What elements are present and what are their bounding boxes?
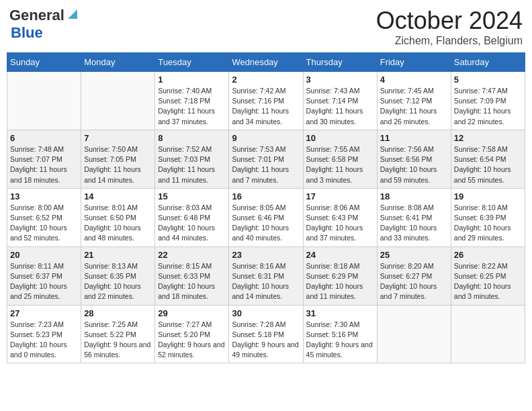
calendar-cell: 23Sunrise: 8:16 AMSunset: 6:31 PMDayligh…	[229, 246, 303, 305]
col-friday: Friday	[377, 53, 451, 72]
day-info: Sunrise: 8:15 AMSunset: 6:33 PMDaylight:…	[158, 261, 226, 302]
day-info: Sunrise: 8:08 AMSunset: 6:41 PMDaylight:…	[380, 203, 448, 244]
day-info: Sunrise: 7:28 AMSunset: 5:18 PMDaylight:…	[232, 320, 300, 361]
day-info: Sunrise: 7:53 AMSunset: 7:01 PMDaylight:…	[232, 144, 300, 185]
calendar-cell: 21Sunrise: 8:13 AMSunset: 6:35 PMDayligh…	[81, 246, 155, 305]
calendar-cell: 14Sunrise: 8:01 AMSunset: 6:50 PMDayligh…	[81, 188, 155, 246]
calendar-row-2: 6Sunrise: 7:48 AMSunset: 7:07 PMDaylight…	[7, 130, 525, 188]
day-info: Sunrise: 7:43 AMSunset: 7:14 PMDaylight:…	[306, 86, 374, 127]
calendar-cell: 6Sunrise: 7:48 AMSunset: 7:07 PMDaylight…	[7, 130, 81, 188]
calendar-row-4: 20Sunrise: 8:11 AMSunset: 6:37 PMDayligh…	[7, 246, 525, 305]
day-number: 17	[306, 191, 374, 201]
calendar-cell: 28Sunrise: 7:25 AMSunset: 5:22 PMDayligh…	[81, 305, 155, 363]
calendar-cell: 10Sunrise: 7:55 AMSunset: 6:58 PMDayligh…	[303, 130, 377, 188]
page-header: General Blue October 2024 Zichem, Flande…	[7, 7, 525, 47]
calendar-cell: 2Sunrise: 7:42 AMSunset: 7:16 PMDaylight…	[229, 72, 303, 130]
calendar-cell: 26Sunrise: 8:22 AMSunset: 6:25 PMDayligh…	[451, 246, 525, 305]
day-info: Sunrise: 8:20 AMSunset: 6:27 PMDaylight:…	[380, 261, 448, 302]
calendar-cell	[81, 72, 155, 130]
calendar-header-row: Sunday Monday Tuesday Wednesday Thursday…	[7, 53, 525, 72]
calendar-cell	[377, 305, 451, 363]
day-info: Sunrise: 8:03 AMSunset: 6:48 PMDaylight:…	[158, 203, 226, 244]
day-info: Sunrise: 8:13 AMSunset: 6:35 PMDaylight:…	[84, 261, 152, 302]
calendar-cell: 22Sunrise: 8:15 AMSunset: 6:33 PMDayligh…	[155, 246, 229, 305]
page-title: October 2024	[376, 7, 523, 35]
day-number: 6	[10, 133, 78, 143]
day-info: Sunrise: 8:22 AMSunset: 6:25 PMDaylight:…	[454, 261, 522, 302]
day-info: Sunrise: 7:42 AMSunset: 7:16 PMDaylight:…	[232, 86, 300, 127]
day-number: 13	[10, 191, 78, 201]
day-number: 4	[380, 75, 448, 85]
day-info: Sunrise: 8:10 AMSunset: 6:39 PMDaylight:…	[454, 203, 522, 244]
day-info: Sunrise: 7:25 AMSunset: 5:22 PMDaylight:…	[84, 320, 152, 361]
calendar-cell: 30Sunrise: 7:28 AMSunset: 5:18 PMDayligh…	[229, 305, 303, 363]
day-info: Sunrise: 7:45 AMSunset: 7:12 PMDaylight:…	[380, 86, 448, 127]
calendar-cell: 20Sunrise: 8:11 AMSunset: 6:37 PMDayligh…	[7, 246, 81, 305]
day-number: 5	[454, 75, 522, 85]
day-number: 16	[232, 191, 300, 201]
calendar-row-3: 13Sunrise: 8:00 AMSunset: 6:52 PMDayligh…	[7, 188, 525, 246]
day-info: Sunrise: 7:58 AMSunset: 6:54 PMDaylight:…	[454, 144, 522, 185]
day-number: 9	[232, 133, 300, 143]
col-saturday: Saturday	[451, 53, 525, 72]
calendar-cell: 11Sunrise: 7:56 AMSunset: 6:56 PMDayligh…	[377, 130, 451, 188]
page-subtitle: Zichem, Flanders, Belgium	[376, 35, 523, 47]
day-number: 1	[158, 75, 226, 85]
calendar-cell: 12Sunrise: 7:58 AMSunset: 6:54 PMDayligh…	[451, 130, 525, 188]
day-info: Sunrise: 7:23 AMSunset: 5:23 PMDaylight:…	[10, 320, 78, 361]
day-number: 28	[84, 308, 152, 318]
calendar-cell: 19Sunrise: 8:10 AMSunset: 6:39 PMDayligh…	[451, 188, 525, 246]
day-number: 21	[84, 250, 152, 260]
col-tuesday: Tuesday	[155, 53, 229, 72]
calendar-cell: 25Sunrise: 8:20 AMSunset: 6:27 PMDayligh…	[377, 246, 451, 305]
col-sunday: Sunday	[7, 53, 81, 72]
day-number: 23	[232, 250, 300, 260]
calendar-row-5: 27Sunrise: 7:23 AMSunset: 5:23 PMDayligh…	[7, 305, 525, 363]
day-info: Sunrise: 8:16 AMSunset: 6:31 PMDaylight:…	[232, 261, 300, 302]
day-info: Sunrise: 8:05 AMSunset: 6:46 PMDaylight:…	[232, 203, 300, 244]
day-info: Sunrise: 8:01 AMSunset: 6:50 PMDaylight:…	[84, 203, 152, 244]
calendar-cell: 18Sunrise: 8:08 AMSunset: 6:41 PMDayligh…	[377, 188, 451, 246]
day-info: Sunrise: 7:55 AMSunset: 6:58 PMDaylight:…	[306, 144, 374, 185]
calendar-table: Sunday Monday Tuesday Wednesday Thursday…	[7, 52, 525, 363]
calendar-cell	[7, 72, 81, 130]
day-number: 12	[454, 133, 522, 143]
day-info: Sunrise: 7:40 AMSunset: 7:18 PMDaylight:…	[158, 86, 226, 127]
day-info: Sunrise: 7:56 AMSunset: 6:56 PMDaylight:…	[380, 144, 448, 185]
col-thursday: Thursday	[303, 53, 377, 72]
day-info: Sunrise: 7:52 AMSunset: 7:03 PMDaylight:…	[158, 144, 226, 185]
day-number: 29	[158, 308, 226, 318]
calendar-cell: 7Sunrise: 7:50 AMSunset: 7:05 PMDaylight…	[81, 130, 155, 188]
day-number: 20	[10, 250, 78, 260]
day-number: 25	[380, 250, 448, 260]
day-number: 19	[454, 191, 522, 201]
day-number: 3	[306, 75, 374, 85]
day-number: 11	[380, 133, 448, 143]
calendar-cell: 31Sunrise: 7:30 AMSunset: 5:16 PMDayligh…	[303, 305, 377, 363]
day-number: 31	[306, 308, 374, 318]
day-info: Sunrise: 7:48 AMSunset: 7:07 PMDaylight:…	[10, 144, 78, 185]
calendar-cell: 9Sunrise: 7:53 AMSunset: 7:01 PMDaylight…	[229, 130, 303, 188]
day-info: Sunrise: 8:06 AMSunset: 6:43 PMDaylight:…	[306, 203, 374, 244]
day-info: Sunrise: 8:00 AMSunset: 6:52 PMDaylight:…	[10, 203, 78, 244]
day-number: 15	[158, 191, 226, 201]
day-info: Sunrise: 8:18 AMSunset: 6:29 PMDaylight:…	[306, 261, 374, 302]
calendar-cell: 24Sunrise: 8:18 AMSunset: 6:29 PMDayligh…	[303, 246, 377, 305]
calendar-cell: 15Sunrise: 8:03 AMSunset: 6:48 PMDayligh…	[155, 188, 229, 246]
day-number: 8	[158, 133, 226, 143]
day-info: Sunrise: 8:11 AMSunset: 6:37 PMDaylight:…	[10, 261, 78, 302]
svg-marker-0	[68, 9, 77, 19]
day-info: Sunrise: 7:47 AMSunset: 7:09 PMDaylight:…	[454, 86, 522, 127]
calendar-cell: 29Sunrise: 7:27 AMSunset: 5:20 PMDayligh…	[155, 305, 229, 363]
calendar-cell: 17Sunrise: 8:06 AMSunset: 6:43 PMDayligh…	[303, 188, 377, 246]
calendar-cell: 4Sunrise: 7:45 AMSunset: 7:12 PMDaylight…	[377, 72, 451, 130]
day-number: 18	[380, 191, 448, 201]
day-number: 22	[158, 250, 226, 260]
calendar-row-1: 1Sunrise: 7:40 AMSunset: 7:18 PMDaylight…	[7, 72, 525, 130]
day-number: 24	[306, 250, 374, 260]
day-number: 14	[84, 191, 152, 201]
logo-general-text: General	[9, 7, 64, 24]
calendar-cell: 1Sunrise: 7:40 AMSunset: 7:18 PMDaylight…	[155, 72, 229, 130]
col-monday: Monday	[81, 53, 155, 72]
logo-blue-text: Blue	[11, 24, 43, 41]
